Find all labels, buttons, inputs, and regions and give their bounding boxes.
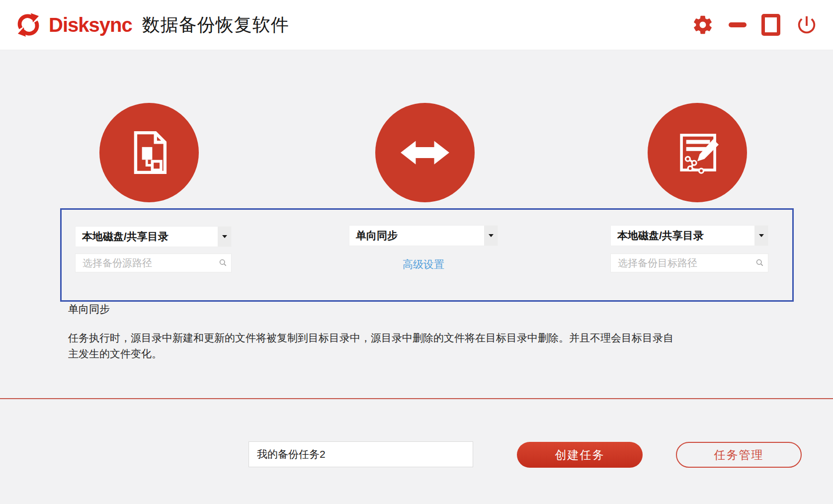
sync-mode-select[interactable]: 单向同步 — [349, 225, 498, 246]
sync-arrows-logo-icon — [15, 11, 42, 38]
task-name-input[interactable] — [249, 441, 473, 467]
minus-icon — [729, 22, 747, 27]
app-title: 数据备份恢复软件 — [142, 13, 289, 37]
sync-mode-circle — [375, 103, 475, 202]
target-path-input[interactable] — [610, 253, 768, 272]
brand-name: Disksync — [49, 14, 132, 36]
sync-mode-title: 单向同步 — [68, 302, 110, 316]
source-path-input[interactable] — [75, 253, 232, 272]
target-path-field — [610, 253, 768, 272]
source-type-select[interactable]: 本地磁盘/共享目录 — [75, 226, 232, 247]
close-power-button[interactable] — [795, 13, 818, 36]
source-type-value: 本地磁盘/共享目录 — [76, 230, 218, 244]
document-flow-icon — [124, 127, 174, 178]
target-type-dropdown-button[interactable] — [754, 226, 768, 246]
source-path-field — [75, 253, 232, 272]
square-icon — [761, 14, 780, 36]
target-circle — [648, 103, 747, 202]
sync-mode-value: 单向同步 — [349, 229, 484, 243]
caret-down-icon — [489, 234, 494, 237]
sync-mode-description: 任务执行时，源目录中新建和更新的文件将被复制到目标目录中，源目录中删除的文件将在… — [68, 330, 678, 362]
search-icon[interactable] — [219, 258, 227, 267]
window-controls — [692, 0, 818, 50]
double-arrow-icon — [398, 126, 452, 179]
manage-tasks-button[interactable]: 任务管理 — [676, 442, 802, 468]
advanced-settings-link[interactable]: 高级设置 — [349, 257, 498, 271]
minimize-button[interactable] — [729, 22, 747, 27]
app-header: Disksync 数据备份恢复软件 — [0, 0, 833, 50]
report-edit-icon — [672, 127, 723, 178]
sync-mode-dropdown-button[interactable] — [484, 226, 498, 246]
disksync-main-window: Disksync 数据备份恢复软件 — [0, 0, 833, 504]
target-type-select[interactable]: 本地磁盘/共享目录 — [610, 225, 768, 246]
settings-button[interactable] — [692, 14, 714, 36]
gear-icon — [692, 14, 714, 36]
source-type-dropdown-button[interactable] — [218, 227, 231, 247]
search-icon[interactable] — [755, 258, 764, 267]
create-task-button[interactable]: 创建任务 — [517, 442, 643, 468]
brand-block: Disksync 数据备份恢复软件 — [15, 0, 289, 50]
caret-down-icon — [759, 234, 764, 237]
source-circle — [99, 103, 199, 202]
task-config-panel: 本地磁盘/共享目录 单向同步 高级设置 本地磁盘/共享目录 — [60, 208, 794, 302]
target-type-value: 本地磁盘/共享目录 — [611, 229, 754, 243]
maximize-button[interactable] — [761, 14, 780, 36]
caret-down-icon — [222, 235, 227, 238]
power-icon — [795, 13, 818, 36]
section-divider — [0, 398, 833, 399]
